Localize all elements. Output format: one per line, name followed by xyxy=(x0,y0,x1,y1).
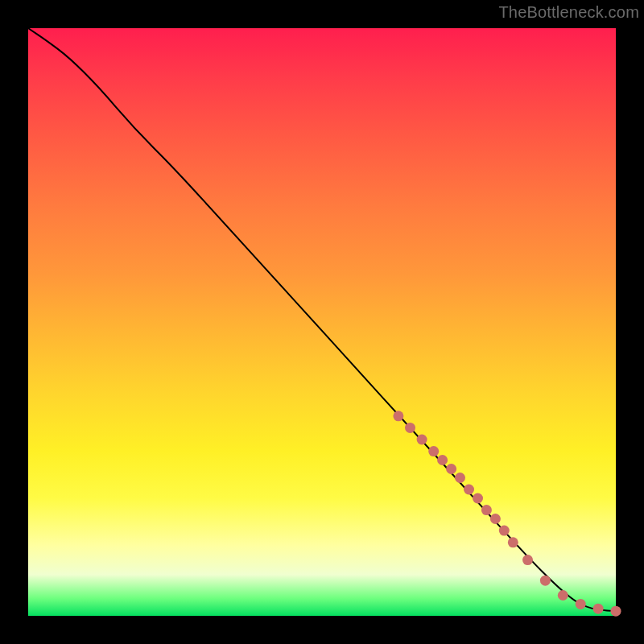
curve-marker xyxy=(437,455,448,465)
curve-marker xyxy=(611,606,621,617)
curve-markers xyxy=(393,411,621,616)
curve-marker xyxy=(481,505,492,515)
curve-marker xyxy=(508,537,518,547)
curve-marker xyxy=(593,604,604,614)
curve-marker xyxy=(499,526,510,536)
curve-marker xyxy=(428,446,439,456)
curve-marker xyxy=(417,435,427,445)
plot-area xyxy=(28,28,616,616)
curve-layer xyxy=(28,28,616,616)
bottleneck-curve xyxy=(28,28,616,611)
curve-marker xyxy=(455,473,465,483)
curve-marker xyxy=(576,599,586,609)
curve-marker xyxy=(473,493,483,504)
chart-frame: TheBottleneck.com xyxy=(0,0,644,644)
curve-marker xyxy=(405,423,415,433)
curve-marker xyxy=(393,411,403,421)
curve-marker xyxy=(490,514,501,524)
curve-marker xyxy=(446,464,456,474)
curve-marker xyxy=(522,555,533,565)
watermark-text: TheBottleneck.com xyxy=(498,3,639,22)
curve-marker xyxy=(558,590,568,601)
curve-marker xyxy=(464,485,474,495)
curve-marker xyxy=(540,576,551,586)
